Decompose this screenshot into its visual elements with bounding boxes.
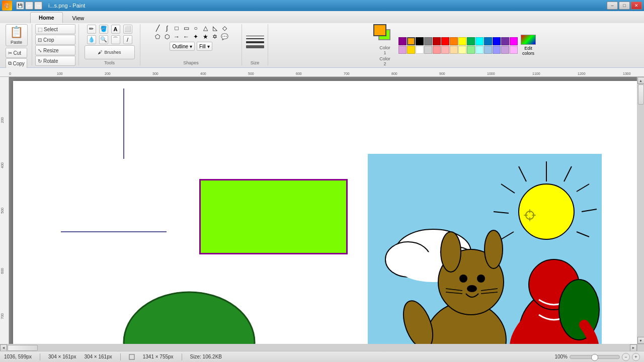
size-4px[interactable] <box>246 41 264 43</box>
paste-button[interactable]: 📋 Paste <box>6 24 28 46</box>
color-picker-tool[interactable]: 💧 <box>87 35 96 44</box>
rotate-button[interactable]: ↻ Rotate <box>35 56 75 66</box>
tab-view[interactable]: View <box>64 13 93 23</box>
color-cell-32[interactable] <box>501 46 509 54</box>
cut-button[interactable]: ✂ Cut <box>6 48 27 58</box>
text-tool[interactable]: A <box>111 25 120 34</box>
shape-triangle[interactable]: △ <box>201 24 210 32</box>
zoom-slider[interactable] <box>570 355 620 359</box>
shape-star4[interactable]: ✦ <box>191 33 200 41</box>
color-cell-9[interactable] <box>475 37 484 45</box>
scroll-down-btn[interactable]: ▼ <box>637 337 645 344</box>
fill-tool[interactable]: 🪣 <box>99 25 108 34</box>
size-label: Size <box>251 60 260 65</box>
canvas-scroll[interactable] <box>9 77 637 344</box>
brushes-button[interactable]: 🖌 Brushes <box>85 45 135 59</box>
svg-point-24 <box>459 275 467 283</box>
scroll-v-track[interactable] <box>637 84 645 337</box>
color-cell-29[interactable] <box>475 46 484 54</box>
scroll-h-thumb[interactable] <box>8 345 38 351</box>
shape-line[interactable]: ╱ <box>153 24 162 32</box>
color-cell-33[interactable] <box>510 46 518 54</box>
canvas-scroll-area <box>9 77 637 344</box>
color-cell-24[interactable] <box>433 46 441 54</box>
color-cell-0[interactable] <box>398 37 407 45</box>
color-cell-25[interactable] <box>441 46 449 54</box>
quick-redo-btn[interactable]: ↪ <box>34 2 42 10</box>
color-cell-26[interactable] <box>450 46 458 54</box>
line-tool[interactable]: / <box>123 35 132 44</box>
minimize-btn[interactable]: – <box>607 2 618 10</box>
color-cell-1[interactable] <box>407 37 415 45</box>
color1-box[interactable] <box>373 24 386 36</box>
color-cell-8[interactable] <box>467 37 475 45</box>
color-cell-22[interactable] <box>416 46 424 54</box>
shape-rect[interactable]: □ <box>172 24 181 32</box>
color-cell-5[interactable] <box>441 37 449 45</box>
zoom-thumb[interactable] <box>591 354 598 361</box>
edit-colors-button[interactable]: Edit colors <box>520 34 537 57</box>
color-cell-31[interactable] <box>493 46 501 54</box>
shape-hexagon[interactable]: ⬡ <box>163 33 172 41</box>
color-cell-20[interactable] <box>398 46 407 54</box>
ruler-mark-700: 700 <box>344 72 350 75</box>
zoom-out-btn[interactable]: − <box>622 353 630 361</box>
shape-roundrect[interactable]: ▭ <box>182 24 191 32</box>
eraser-tool[interactable]: ⬜ <box>123 25 132 34</box>
quick-save-btn[interactable]: 💾 <box>16 2 24 10</box>
color-cell-12[interactable] <box>501 37 509 45</box>
size-6px[interactable] <box>246 45 264 48</box>
color-cell-30[interactable] <box>484 46 492 54</box>
shape-star5[interactable]: ★ <box>201 33 210 41</box>
color-cell-3[interactable] <box>424 37 432 45</box>
scroll-up-btn[interactable]: ▲ <box>637 77 645 84</box>
shape-ellipse[interactable]: ○ <box>191 24 200 32</box>
scrollbar-horizontal[interactable]: ◄ ► <box>0 344 637 351</box>
shape-pentagon[interactable]: ⬠ <box>153 33 162 41</box>
color-cell-10[interactable] <box>484 37 492 45</box>
scroll-h-track[interactable] <box>7 344 630 351</box>
quick-undo-btn[interactable]: ↩ <box>25 2 33 10</box>
shape-star6[interactable]: ✡ <box>210 33 219 41</box>
shape-diamond[interactable]: ◇ <box>220 24 229 32</box>
outline-button[interactable]: Outline ▾ <box>170 42 194 51</box>
title-bar: 🎨 💾 ↩ ↪ i...s.png - Paint – □ ✕ <box>0 0 644 11</box>
close-btn[interactable]: ✕ <box>631 2 642 10</box>
white-canvas[interactable] <box>13 81 637 344</box>
brush-icon: 🖌 <box>98 50 102 55</box>
scroll-right-btn[interactable]: ► <box>630 344 637 351</box>
color-cell-6[interactable] <box>450 37 458 45</box>
shape-arrow-r[interactable]: → <box>172 33 181 41</box>
magnifier-tool[interactable]: 🔍 <box>99 35 108 44</box>
curve-tool[interactable]: ⌒ <box>111 35 120 44</box>
color-cell-21[interactable] <box>407 46 415 54</box>
ruler-v-400: 400 <box>1 162 4 168</box>
maximize-btn[interactable]: □ <box>619 2 630 10</box>
color-cell-11[interactable] <box>493 37 501 45</box>
shape-curve[interactable]: ∫ <box>163 24 172 32</box>
shape-callout[interactable]: 💬 <box>220 33 229 41</box>
shape-arrow-l[interactable]: ← <box>182 33 191 41</box>
sep-3 <box>182 353 182 360</box>
shape-rttriangle[interactable]: ◺ <box>210 24 219 32</box>
color-cell-23[interactable] <box>424 46 432 54</box>
select-button[interactable]: ⬚ Select <box>35 24 75 34</box>
fill-button[interactable]: Fill ▾ <box>197 42 212 51</box>
color-cell-4[interactable] <box>433 37 441 45</box>
size-2px[interactable] <box>246 38 264 39</box>
crop-button[interactable]: ⊡ Crop <box>35 35 75 45</box>
pencil-tool[interactable]: ✏ <box>87 25 96 34</box>
copy-button[interactable]: ⧉ Copy <box>6 58 27 68</box>
scroll-left-btn[interactable]: ◄ <box>0 344 7 351</box>
color-cell-2[interactable] <box>416 37 424 45</box>
zoom-in-btn[interactable]: + <box>632 353 640 361</box>
resize-button[interactable]: ⤡ Resize <box>35 45 75 55</box>
tab-home[interactable]: Home <box>30 12 63 23</box>
scroll-v-thumb[interactable] <box>638 84 644 105</box>
color-cell-28[interactable] <box>467 46 475 54</box>
scrollbar-vertical[interactable]: ▲ ▼ <box>637 77 644 344</box>
color-cell-13[interactable] <box>510 37 518 45</box>
size-1px[interactable] <box>246 36 264 36</box>
color-cell-27[interactable] <box>458 46 466 54</box>
color-cell-7[interactable] <box>458 37 466 45</box>
